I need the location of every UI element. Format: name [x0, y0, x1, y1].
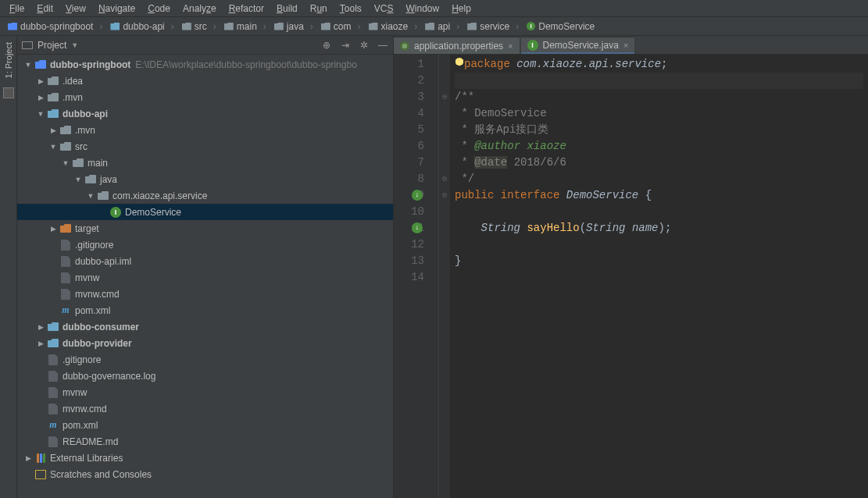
- expand-icon[interactable]: ▼: [73, 176, 83, 183]
- expand-icon[interactable]: ▼: [86, 192, 95, 200]
- tree-item-pom-xml[interactable]: ▶mpom.xml: [17, 417, 393, 433]
- tree-item-main[interactable]: ▼main: [17, 155, 393, 171]
- chevron-down-icon[interactable]: ▼: [71, 41, 78, 49]
- menu-edit[interactable]: Edit: [30, 2, 59, 16]
- close-icon[interactable]: ×: [623, 41, 628, 50]
- locate-icon[interactable]: ⊕: [321, 40, 332, 51]
- breadcrumb-dubbo-springboot[interactable]: dubbo-springboot: [5, 20, 105, 33]
- menu-analyze[interactable]: Analyze: [177, 2, 223, 16]
- tree-item-demoservice[interactable]: ▶IDemoService: [17, 204, 393, 220]
- lib-icon: [34, 454, 47, 463]
- tree-item-dubbo-api-iml[interactable]: ▶dubbo-api.iml: [17, 253, 393, 269]
- expand-icon[interactable]: ▼: [23, 61, 33, 69]
- collapse-all-icon[interactable]: ⇥: [340, 40, 351, 51]
- tree-item--idea[interactable]: ▶.idea: [17, 73, 393, 89]
- tree-item-dubbo-consumer[interactable]: ▶dubbo-consumer: [17, 318, 393, 335]
- tree-item-label: src: [75, 141, 88, 152]
- tree-item-path: E:\IDEA\workplace\dubbo-springboot\dubbo…: [135, 59, 357, 70]
- menu-window[interactable]: Window: [399, 2, 445, 16]
- tree-item-dubbo-provider[interactable]: ▶dubbo-provider: [17, 335, 393, 351]
- tree-item-external-libraries[interactable]: ▶External Libraries: [17, 450, 393, 466]
- tree-item-src[interactable]: ▼src: [17, 138, 393, 155]
- pkg-icon: [321, 23, 330, 30]
- expand-icon[interactable]: ▶: [36, 323, 45, 331]
- tree-item-label: mvnw: [63, 387, 87, 398]
- tree-item-java[interactable]: ▼java: [17, 171, 393, 187]
- tree-item-label: mvnw.cmd: [75, 289, 120, 300]
- file-icon: [59, 289, 72, 300]
- tab-application-properties[interactable]: application.properties×: [394, 37, 520, 54]
- breadcrumb-label: DemoService: [538, 21, 595, 32]
- breadcrumb-xiaoze[interactable]: xiaoze: [366, 20, 421, 33]
- close-icon[interactable]: ×: [508, 41, 513, 51]
- expand-icon[interactable]: ▶: [48, 225, 58, 233]
- toolstrip-project-button[interactable]: 1: Project: [4, 39, 13, 81]
- tree-item-label: dubbo-springboot: [50, 59, 130, 70]
- menu-refactor[interactable]: Refactor: [223, 2, 270, 16]
- tree-item--gitignore[interactable]: ▶.gitignore: [17, 351, 393, 368]
- expand-icon[interactable]: ▼: [61, 159, 70, 167]
- breadcrumb-com[interactable]: com: [318, 20, 364, 33]
- tree-item-dubbo-governance-log[interactable]: ▶dubbo-governance.log: [17, 368, 393, 384]
- tree-item-readme-md[interactable]: ▶README.md: [17, 433, 393, 450]
- tree-item--gitignore[interactable]: ▶.gitignore: [17, 237, 393, 253]
- editor-area: application.properties×IDemoService.java…: [394, 36, 868, 498]
- tree-item-dubbo-springboot[interactable]: ▼dubbo-springbootE:\IDEA\workplace\dubbo…: [17, 56, 393, 73]
- breadcrumb-label: dubbo-api: [123, 21, 164, 32]
- breadcrumb-dubbo-api[interactable]: dubbo-api: [107, 20, 177, 33]
- breadcrumb-label: service: [480, 21, 509, 32]
- override-gutter-icon[interactable]: [412, 222, 423, 233]
- menu-run[interactable]: Run: [304, 2, 334, 16]
- override-gutter-icon[interactable]: [412, 190, 423, 201]
- breadcrumb-label: dubbo-springboot: [20, 21, 93, 32]
- menu-help[interactable]: Help: [445, 2, 477, 16]
- gear-icon[interactable]: ✲: [359, 40, 370, 51]
- tree-item-mvnw-cmd[interactable]: ▶mvnw.cmd: [17, 400, 393, 417]
- tree-item-scratches-and-consoles[interactable]: ▶Scratches and Consoles: [17, 466, 393, 482]
- tree-item-mvnw-cmd[interactable]: ▶mvnw.cmd: [17, 286, 393, 302]
- tree-item-label: dubbo-governance.log: [63, 371, 155, 382]
- tree-item--mvn[interactable]: ▶.mvn: [17, 89, 393, 105]
- breadcrumb-src[interactable]: src: [179, 20, 220, 33]
- tab-demoservice-java[interactable]: IDemoService.java×: [521, 37, 635, 54]
- expand-icon[interactable]: ▼: [48, 143, 58, 151]
- breadcrumb-service[interactable]: service: [464, 20, 522, 33]
- expand-icon[interactable]: ▶: [36, 340, 45, 347]
- project-tree[interactable]: ▼dubbo-springbootE:\IDEA\workplace\dubbo…: [17, 55, 393, 498]
- menu-view[interactable]: View: [59, 2, 92, 16]
- tree-item-mvnw[interactable]: ▶mvnw: [17, 384, 393, 400]
- menu-navigate[interactable]: Navigate: [92, 2, 141, 16]
- tree-item-target[interactable]: ▶target: [17, 220, 393, 237]
- breadcrumb-java[interactable]: java: [271, 20, 316, 33]
- pkg-icon: [84, 175, 97, 183]
- toolstrip-structure-icon[interactable]: [3, 87, 14, 98]
- tree-item-com-xiaoze-api-service[interactable]: ▼com.xiaoze.api.service: [17, 187, 393, 204]
- menu-code[interactable]: Code: [141, 2, 177, 16]
- expand-icon[interactable]: ▶: [36, 77, 45, 85]
- code-content[interactable]: package com.xiaoze.api.service; /** * De…: [450, 55, 868, 498]
- breadcrumb-main[interactable]: main: [221, 20, 270, 33]
- intention-bulb-icon[interactable]: [455, 58, 464, 67]
- tree-item-label: .gitignore: [75, 240, 113, 251]
- breadcrumb-api[interactable]: api: [422, 20, 463, 33]
- menu-vcs[interactable]: VCS: [368, 2, 400, 16]
- tab-label: application.properties: [414, 41, 503, 52]
- editor-tabs: application.properties×IDemoService.java…: [394, 36, 868, 55]
- tree-item-pom-xml[interactable]: ▶mpom.xml: [17, 302, 393, 318]
- expand-icon[interactable]: ▶: [23, 454, 33, 462]
- tree-item-mvnw[interactable]: ▶mvnw: [17, 269, 393, 286]
- tree-item--mvn[interactable]: ▶.mvn: [17, 122, 393, 138]
- tree-item-label: com.xiaoze.api.service: [113, 190, 207, 201]
- tree-item-dubbo-api[interactable]: ▼dubbo-api: [17, 105, 393, 122]
- expand-icon[interactable]: ▼: [36, 110, 45, 118]
- hide-panel-icon[interactable]: —: [377, 40, 388, 51]
- code-editor[interactable]: 1234567891011121314 ⊖⊖⊖ package com.xiao…: [394, 55, 868, 498]
- menu-build[interactable]: Build: [270, 2, 304, 16]
- menu-file[interactable]: File: [3, 2, 30, 16]
- expand-icon[interactable]: ▶: [48, 126, 58, 134]
- menu-bar: File Edit View Navigate Code Analyze Ref…: [0, 0, 868, 17]
- breadcrumb-demoservice[interactable]: IDemoService: [523, 20, 598, 33]
- menu-tools[interactable]: Tools: [334, 2, 368, 16]
- tree-item-label: dubbo-api: [63, 108, 108, 119]
- expand-icon[interactable]: ▶: [36, 94, 45, 101]
